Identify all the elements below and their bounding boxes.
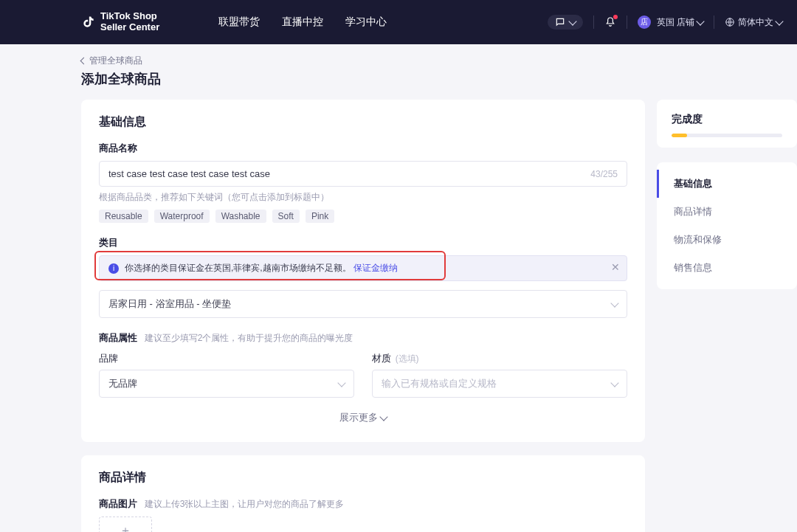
completion-progress-fill (672, 134, 687, 137)
material-label-text: 材质 (372, 353, 391, 364)
product-name-label: 商品名称 (99, 142, 627, 155)
attributes-label-text: 商品属性 (99, 332, 137, 343)
brand-line1: TikTok Shop (100, 11, 159, 22)
tiktok-icon (81, 15, 96, 30)
alert-close-button[interactable]: ✕ (611, 261, 620, 273)
product-detail-heading: 商品详情 (99, 470, 627, 486)
brand-select[interactable]: 无品牌 (99, 370, 354, 398)
nav-link-live[interactable]: 直播中控 (282, 15, 323, 29)
keyword-tag[interactable]: Washable (215, 210, 266, 223)
anchor-logistics[interactable]: 物流和保修 (657, 226, 797, 254)
top-nav: TikTok Shop Seller Center 联盟带货 直播中控 学习中心… (0, 0, 797, 44)
material-label: 材质 (选填) (372, 352, 627, 365)
keyword-tag[interactable]: Waterproof (154, 210, 210, 223)
keyword-hint: 根据商品品类，推荐如下关键词（您可点击添加到标题中） (99, 191, 627, 204)
breadcrumb-label: 管理全球商品 (89, 55, 142, 67)
notification-dot (613, 15, 618, 19)
anchor-basic-info[interactable]: 基础信息 (657, 170, 797, 198)
basic-info-card: 基础信息 商品名称 test case test case test case … (81, 100, 645, 442)
brand-line2: Seller Center (100, 22, 159, 33)
breadcrumb[interactable]: 管理全球商品 (81, 55, 797, 67)
material-placeholder: 输入已有规格或自定义规格 (382, 377, 497, 390)
product-image-label: 商品图片 建议上传3张以上主图，让用户对您的商品了解更多 (99, 497, 627, 511)
material-optional: (选填) (396, 353, 419, 364)
image-upload-button[interactable]: ＋ 图片 (1/9) (99, 517, 152, 532)
completion-progress (672, 134, 782, 137)
completion-card: 完成度 (657, 100, 797, 148)
product-name-input[interactable]: test case test case test case test case … (99, 161, 627, 187)
chat-icon (555, 17, 565, 27)
category-select[interactable]: 居家日用 - 浴室用品 - 坐便垫 (99, 290, 627, 318)
attributes-label: 商品属性 建议至少填写2个属性，有助于提升您的商品的曝光度 (99, 331, 627, 345)
category-label: 类目 (99, 236, 627, 249)
brand-label: 品牌 (99, 352, 354, 365)
product-detail-card: 商品详情 商品图片 建议上传3张以上主图，让用户对您的商品了解更多 ＋ 图片 (… (81, 455, 645, 532)
basic-info-heading: 基础信息 (99, 114, 627, 130)
show-more-label: 展示更多 (339, 411, 378, 424)
material-select[interactable]: 输入已有规格或自定义规格 (372, 370, 627, 398)
language-switcher[interactable]: 简体中文 (725, 16, 782, 29)
nav-link-learn[interactable]: 学习中心 (345, 15, 387, 29)
chevron-left-icon (80, 58, 88, 65)
show-more-button[interactable]: 展示更多 (99, 411, 627, 424)
char-counter: 43/255 (590, 169, 618, 179)
shop-avatar-icon: 店 (638, 15, 651, 29)
keyword-tag[interactable]: Pink (306, 210, 334, 223)
category-value: 居家日用 - 浴室用品 - 坐便垫 (108, 297, 231, 311)
shop-label: 英国 店铺 (657, 16, 694, 29)
chevron-down-icon (775, 17, 783, 25)
chevron-down-icon (568, 17, 576, 25)
messages-button[interactable] (548, 15, 583, 30)
alert-text: 你选择的类目保证金在英国,菲律宾,越南市场缴纳不足额。 (125, 263, 351, 273)
language-label: 简体中文 (738, 16, 773, 29)
product-image-hint: 建议上传3张以上主图，让用户对您的商品了解更多 (145, 499, 345, 509)
chevron-down-icon (610, 299, 618, 307)
keyword-tag[interactable]: Reusable (99, 210, 148, 223)
deposit-link[interactable]: 保证金缴纳 (353, 263, 398, 273)
plus-icon: ＋ (120, 525, 131, 533)
chevron-down-icon (610, 379, 618, 387)
section-anchors: 基础信息 商品详情 物流和保修 销售信息 (657, 162, 797, 289)
product-name-value: test case test case test case test case (108, 168, 270, 179)
deposit-alert: i 你选择的类目保证金在英国,菲律宾,越南市场缴纳不足额。 保证金缴纳 ✕ (99, 255, 627, 281)
completion-title: 完成度 (672, 113, 782, 126)
chevron-down-icon (696, 17, 704, 25)
notifications-button[interactable] (604, 16, 616, 28)
anchor-product-detail[interactable]: 商品详情 (657, 198, 797, 226)
keyword-tags: Reusable Waterproof Washable Soft Pink (99, 210, 627, 223)
info-icon: i (108, 263, 119, 274)
chevron-down-icon (379, 412, 387, 421)
nav-link-alliance[interactable]: 联盟带货 (218, 15, 260, 29)
brand-logo[interactable]: TikTok Shop Seller Center (81, 11, 159, 33)
shop-switcher[interactable]: 店 英国 店铺 (638, 15, 703, 29)
product-image-label-text: 商品图片 (99, 498, 137, 509)
anchor-sales-info[interactable]: 销售信息 (657, 254, 797, 282)
globe-icon (725, 17, 735, 27)
keyword-tag[interactable]: Soft (272, 210, 300, 223)
chevron-down-icon (337, 379, 345, 387)
brand-value: 无品牌 (108, 377, 137, 390)
page-title: 添加全球商品 (81, 70, 797, 88)
attributes-hint: 建议至少填写2个属性，有助于提升您的商品的曝光度 (145, 333, 353, 343)
